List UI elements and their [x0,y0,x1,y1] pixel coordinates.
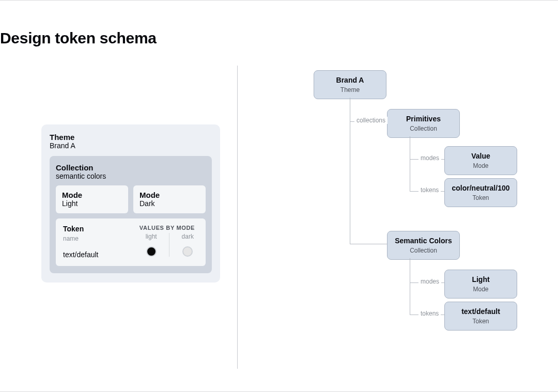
node-title: Brand A [336,76,364,85]
node-title: Primitives [406,115,441,123]
node-sem-token: text/default Token [444,302,517,331]
node-sub: Mode [473,162,488,169]
mode-card-light: Mode Light [56,185,128,213]
node-sub: Theme [340,86,360,93]
token-label: Token [63,225,126,233]
connector [350,98,350,122]
swatch-col-light: light [133,233,169,257]
collection-label: Collection [56,163,206,172]
token-col: Token name text/default [56,225,133,259]
node-title: Semantic Colors [395,237,452,245]
theme-box: Theme Brand A Collection semantic colors… [41,124,220,283]
edge-label-tokens-2: tokens [419,310,441,317]
connector [410,136,410,160]
swatch-label-light: light [146,233,157,240]
collection-box: Collection semantic colors Mode Light Mo… [50,156,212,273]
token-name: text/default [63,250,126,259]
node-brand-a: Brand A Theme [314,70,386,99]
page: Design token schema Theme Brand A Collec… [0,0,558,392]
theme-name: Brand A [50,142,212,150]
mode-name-light: Light [62,199,122,208]
edge-label-modes-2: modes [419,278,441,285]
node-sub: Token [472,194,489,201]
connector [350,244,387,244]
node-light-mode: Light Mode [444,270,517,299]
node-sub: Mode [473,286,488,293]
collection-name: semantic colors [56,172,206,180]
page-title: Design token schema [0,29,157,47]
token-subhead: name [63,235,126,242]
edge-label-modes: modes [419,154,441,162]
node-sub: Collection [410,125,437,132]
connector [410,283,410,315]
swatch-dark-value [182,246,193,257]
connector [410,160,410,192]
swatch-grid: light dark [133,233,206,257]
theme-label: Theme [50,133,212,142]
node-sub: Collection [410,247,437,254]
edge-label-collections: collections [354,117,388,124]
swatch-label-dark: dark [182,233,194,240]
swatch-col-dark: dark [169,233,206,257]
node-title: Light [472,275,489,284]
tree: Brand A Theme Primitives Collection Valu… [258,68,537,367]
edge-label-tokens: tokens [419,186,441,194]
mode-label: Mode [62,191,122,199]
node-sub: Token [472,318,489,325]
node-primitives: Primitives Collection [387,109,460,138]
node-prim-token: color/neutral/100 Token [444,178,517,207]
connector [410,258,410,283]
node-title: color/neutral/100 [452,184,509,193]
vertical-divider [237,66,238,369]
node-title: Value [471,152,490,161]
node-value-mode: Value Mode [444,146,517,175]
node-semantic: Semantic Colors Collection [387,231,460,260]
token-row: Token name text/default VALUES BY MODE l… [56,218,206,266]
mode-label: Mode [140,191,199,199]
node-title: text/default [461,307,500,316]
mode-card-dark: Mode Dark [133,185,206,213]
values-col: VALUES BY MODE light dark [133,225,206,259]
values-header: VALUES BY MODE [133,225,206,231]
connector [350,122,350,244]
mode-name-dark: Dark [140,199,199,208]
swatch-light-value [146,246,157,257]
mode-row: Mode Light Mode Dark [56,185,206,213]
